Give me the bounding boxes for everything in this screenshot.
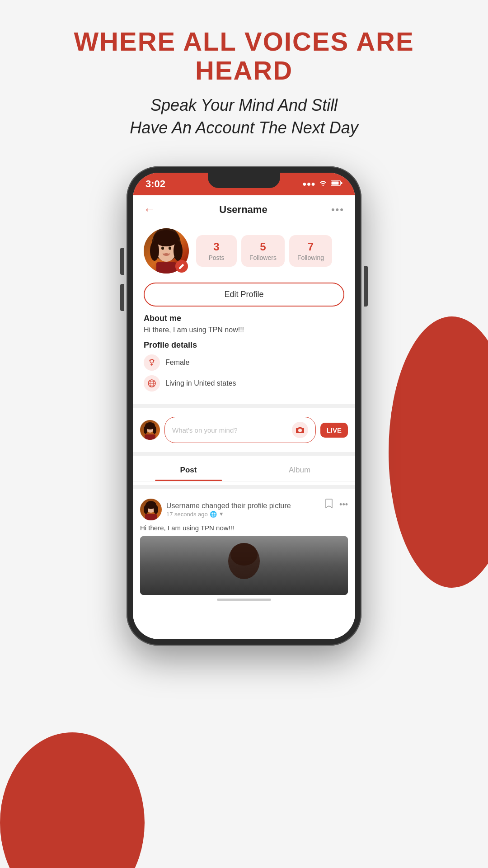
following-stat[interactable]: 7 Following <box>289 235 332 267</box>
home-bar <box>217 599 271 601</box>
posts-stat[interactable]: 3 Posts <box>196 235 237 267</box>
globe-icon: 🌐 <box>210 511 217 518</box>
bg-decoration-bottom <box>0 732 145 868</box>
camera-button[interactable] <box>292 422 308 438</box>
svg-point-10 <box>163 253 169 256</box>
about-text: Hi there, I am using TPN now!!! <box>144 326 344 334</box>
about-section: About me Hi there, I am using TPN now!!!… <box>133 314 355 401</box>
back-button[interactable]: ← <box>144 203 155 217</box>
following-label: Following <box>297 254 324 261</box>
post-feed: Username changed their profile picture 1… <box>133 492 355 595</box>
svg-rect-31 <box>145 514 157 520</box>
top-section: WHERE ALL VOICES ARE HEARD Speak Your Mi… <box>0 0 488 157</box>
svg-point-16 <box>153 360 155 361</box>
post-username: Username changed their profile picture <box>166 502 291 510</box>
feed-divider <box>133 485 355 489</box>
location-text: Living in United states <box>165 379 236 387</box>
profile-details-title: Profile details <box>144 340 344 350</box>
app-header: ← Username ••• <box>133 195 355 224</box>
status-time: 3:02 <box>145 178 165 190</box>
tab-album-label: Album <box>289 466 310 474</box>
post-body-text: Hi there, I am using TPN now!!! <box>140 524 348 532</box>
edit-avatar-button[interactable] <box>175 260 188 273</box>
username-text: Username <box>166 502 200 509</box>
svg-rect-11 <box>156 262 176 274</box>
svg-point-25 <box>153 426 156 434</box>
subheadline-line1: Speak Your Mind And Still <box>150 96 338 114</box>
svg-point-8 <box>161 247 164 250</box>
svg-point-15 <box>150 360 151 361</box>
profile-section: 3 Posts 5 Followers 7 Following <box>133 224 355 283</box>
gender-text: Female <box>165 359 189 367</box>
post-input-area: What's on your mind? LIVE <box>133 411 355 448</box>
post-header: Username changed their profile picture 1… <box>140 499 348 520</box>
posts-label: Posts <box>204 254 229 261</box>
phone-outer: 3:02 ●●● <box>127 166 361 646</box>
post-time: 17 seconds ago 🌐 ▼ <box>166 511 291 518</box>
bookmark-button[interactable] <box>325 499 333 511</box>
phone-mockup: 3:02 ●●● <box>0 166 488 646</box>
section-divider <box>133 404 355 408</box>
more-options-button[interactable]: ••• <box>331 204 344 216</box>
svg-point-29 <box>144 505 148 514</box>
home-indicator <box>133 595 355 604</box>
gender-detail: Female <box>144 354 344 371</box>
phone-screen: 3:02 ●●● <box>133 173 355 639</box>
tabs-divider <box>133 452 355 456</box>
dropdown-icon[interactable]: ▼ <box>219 511 224 517</box>
app-content: ← Username ••• <box>133 195 355 639</box>
live-button[interactable]: LIVE <box>320 423 348 438</box>
signal-icon: ●●● <box>302 180 315 188</box>
subheadline-line2: Have An Account The Next Day <box>130 118 358 137</box>
followers-stat[interactable]: 5 Followers <box>241 235 285 267</box>
feed-avatar <box>140 499 162 520</box>
notch <box>208 173 280 188</box>
tabs-row: Post Album <box>133 459 355 481</box>
post-user-info: Username changed their profile picture 1… <box>140 499 291 520</box>
headline: WHERE ALL VOICES ARE HEARD <box>36 27 452 85</box>
svg-rect-2 <box>341 182 343 184</box>
wifi-icon <box>319 180 327 188</box>
power-button <box>364 266 368 307</box>
post-avatar <box>140 420 160 440</box>
svg-rect-26 <box>145 434 155 440</box>
following-count: 7 <box>297 241 324 253</box>
stats-row: 3 Posts 5 Followers 7 Following <box>196 235 344 267</box>
svg-point-30 <box>154 505 158 514</box>
subheadline: Speak Your Mind And Still Have An Accoun… <box>36 94 452 140</box>
posts-count: 3 <box>204 241 229 253</box>
edit-profile-button[interactable]: Edit Profile <box>144 283 344 307</box>
battery-icon <box>331 180 343 188</box>
page-title: Username <box>219 204 267 216</box>
feed-post-item: Username changed their profile picture 1… <box>140 499 348 595</box>
post-input-field[interactable]: What's on your mind? <box>164 417 316 443</box>
post-placeholder: What's on your mind? <box>172 426 238 434</box>
post-timestamp: 17 seconds ago <box>166 511 208 518</box>
post-more-button[interactable]: ••• <box>339 500 348 509</box>
tab-post-label: Post <box>180 466 197 474</box>
post-actions: ••• <box>325 499 348 511</box>
volume-down-button <box>120 284 124 311</box>
location-icon <box>144 375 160 392</box>
status-icons: ●●● <box>302 180 343 188</box>
post-action-text: changed their profile picture <box>202 502 291 509</box>
followers-label: Followers <box>249 254 277 261</box>
location-detail: Living in United states <box>144 375 344 392</box>
about-title: About me <box>144 314 344 323</box>
svg-point-34 <box>230 543 258 566</box>
tab-album[interactable]: Album <box>244 459 355 481</box>
volume-up-button <box>120 248 124 275</box>
avatar-wrapper <box>144 228 189 274</box>
post-meta: Username changed their profile picture 1… <box>166 502 291 518</box>
svg-point-6 <box>150 241 159 261</box>
svg-point-24 <box>144 426 147 434</box>
followers-count: 5 <box>249 241 277 253</box>
svg-rect-1 <box>332 182 339 185</box>
post-image <box>140 536 348 595</box>
gender-icon <box>144 354 160 371</box>
tab-post[interactable]: Post <box>133 459 244 481</box>
svg-point-7 <box>174 241 183 261</box>
svg-point-9 <box>169 247 171 250</box>
